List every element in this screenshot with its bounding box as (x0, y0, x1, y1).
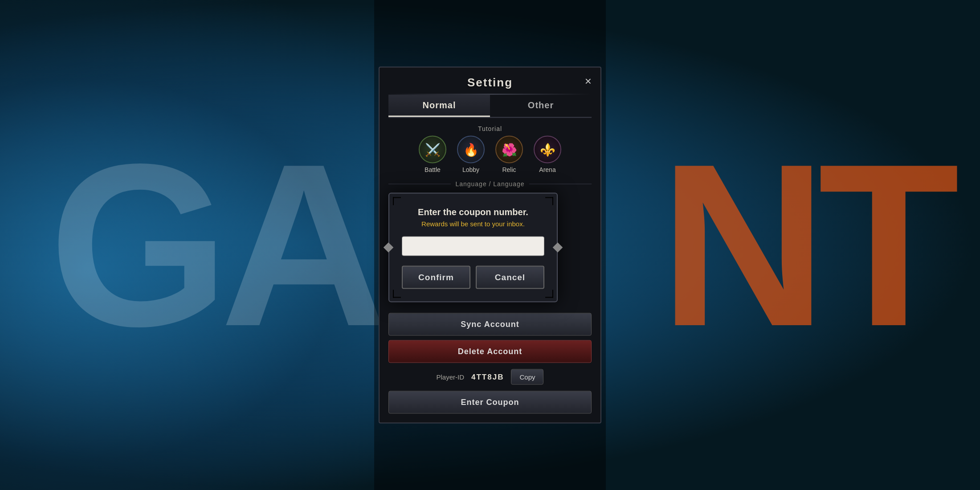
language-divider: Language / Language (388, 180, 592, 188)
diamond-left (384, 242, 394, 253)
relic-icon: 🌺 (495, 136, 523, 163)
sync-account-button[interactable]: Sync Account (388, 313, 592, 336)
setting-panel: Setting × Normal Other Tutorial ⚔️ Battl… (379, 67, 601, 424)
setting-header: Setting × (380, 68, 600, 94)
corner-tl (393, 197, 401, 205)
player-id-row: Player-ID 4TT8JB Copy (380, 369, 600, 385)
player-id-value: 4TT8JB (471, 372, 504, 381)
divider-line-right (529, 184, 592, 184)
tutorial-item-relic[interactable]: 🌺 Relic (495, 136, 523, 173)
tabs-row: Normal Other (388, 95, 592, 118)
dialog-buttons: Confirm Cancel (402, 266, 544, 289)
tab-normal[interactable]: Normal (388, 95, 490, 117)
player-id-label: Player-ID (437, 373, 465, 381)
language-label: Language / Language (455, 180, 524, 188)
content-area: Tutorial ⚔️ Battle 🔥 Lobby 🌺 Relic ⚜️ Ar… (380, 118, 600, 193)
delete-account-button[interactable]: Delete Account (388, 340, 592, 363)
tutorial-item-arena[interactable]: ⚜️ Arena (534, 136, 561, 173)
diamond-right (553, 242, 563, 253)
coupon-dialog: Enter the coupon number. Rewards will be… (388, 193, 558, 302)
coupon-input[interactable] (402, 237, 544, 256)
arena-label: Arena (539, 166, 555, 173)
bg-text-nt: NT (660, 112, 951, 378)
tutorial-icons-row: ⚔️ Battle 🔥 Lobby 🌺 Relic ⚜️ Arena (388, 136, 592, 173)
close-button[interactable]: × (585, 75, 592, 86)
arena-icon: ⚜️ (534, 136, 561, 163)
corner-bl (393, 290, 401, 298)
dialog-sub-text: Rewards will be sent to your inbox. (402, 220, 544, 228)
copy-button[interactable]: Copy (511, 369, 543, 385)
tutorial-item-battle[interactable]: ⚔️ Battle (419, 136, 446, 173)
lobby-icon: 🔥 (457, 136, 485, 163)
cancel-button[interactable]: Cancel (476, 266, 544, 289)
tab-other[interactable]: Other (490, 95, 592, 117)
battle-label: Battle (425, 166, 441, 173)
lobby-label: Lobby (462, 166, 479, 173)
battle-icon: ⚔️ (419, 136, 446, 163)
setting-title: Setting (467, 76, 513, 90)
corner-tr (545, 197, 553, 205)
bottom-buttons: Sync Account Delete Account (380, 313, 600, 363)
bg-text-ga: GA (49, 112, 379, 378)
tutorial-label: Tutorial (388, 125, 592, 132)
confirm-button[interactable]: Confirm (402, 266, 470, 289)
enter-coupon-button[interactable]: Enter Coupon (388, 391, 592, 414)
tutorial-item-lobby[interactable]: 🔥 Lobby (457, 136, 485, 173)
relic-label: Relic (502, 166, 516, 173)
dialog-prompt: Enter the coupon number. (402, 207, 544, 217)
corner-br (545, 290, 553, 298)
divider-line-left (388, 184, 451, 184)
